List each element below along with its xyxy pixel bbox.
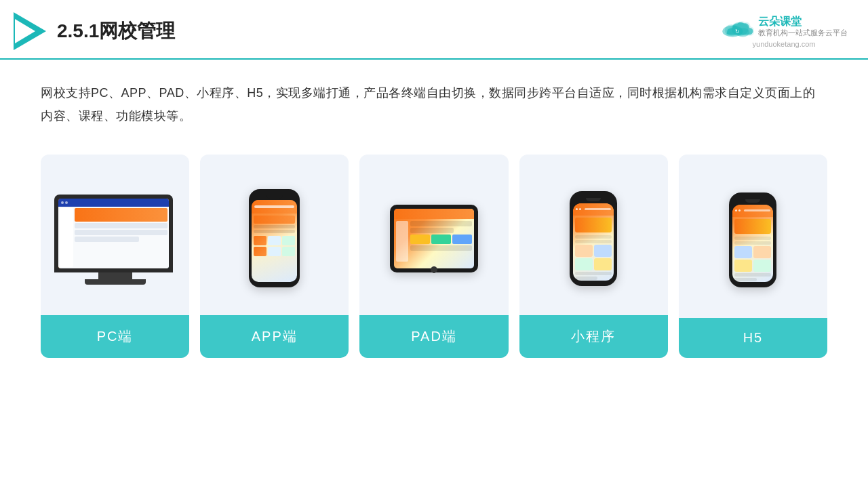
logo-triangle-icon	[14, 12, 46, 50]
pc-sidebar	[60, 208, 73, 267]
pc-screen-frame	[54, 195, 173, 272]
description-text: 网校支持PC、APP、PAD、小程序、H5，实现多端打通，产品各终端自由切换，数…	[0, 60, 868, 141]
pc-stand	[98, 272, 132, 279]
description-content: 网校支持PC、APP、PAD、小程序、H5，实现多端打通，产品各终端自由切换，数…	[41, 86, 815, 123]
phone-tall-notch-2	[745, 199, 760, 203]
cloud-icon: ↻	[720, 15, 754, 39]
phone-grid-1	[254, 236, 267, 245]
phone-row-2	[254, 230, 295, 233]
pth-card-3	[575, 258, 593, 270]
tablet-main	[410, 221, 472, 262]
tablet-row-3	[410, 245, 472, 251]
h5-phone-mockup	[729, 192, 776, 287]
pth-dot-4	[738, 209, 741, 211]
pc-mockup	[54, 195, 176, 283]
pth-card-1	[575, 245, 593, 257]
pth-card-2	[594, 245, 612, 257]
phone-screen-header	[252, 200, 297, 214]
pc-row-2	[75, 230, 167, 235]
pc-content-rows	[75, 223, 167, 267]
pth-row-6	[734, 241, 771, 245]
pc-row-3	[75, 237, 140, 242]
pad-image-area	[359, 155, 508, 315]
phone-grid-3	[282, 236, 295, 245]
brand-tagline-1: 教育机构一站式服务云平台	[758, 28, 848, 37]
pc-top-bar	[58, 199, 169, 207]
brand-name-cn: 云朵课堂	[758, 15, 848, 28]
card-app: APP端	[200, 155, 349, 358]
miniprogram-image-area	[519, 155, 668, 315]
app-label: APP端	[200, 315, 349, 358]
phone-grid-6	[282, 247, 295, 256]
page-title: 2.5.1网校管理	[57, 18, 175, 44]
pc-body	[58, 207, 169, 268]
phone-grid	[254, 236, 295, 256]
phone-tall-screen-2	[732, 205, 773, 282]
h5-label: H5	[679, 318, 827, 358]
pc-dot-1	[61, 201, 64, 204]
tablet-home-btn	[431, 266, 437, 273]
tablet-card-3	[452, 235, 472, 244]
phone-tall-body-2	[732, 217, 773, 282]
phone-grid-4	[254, 247, 267, 256]
pth-dot-3	[735, 209, 737, 211]
phone-tall-body-1	[573, 216, 614, 281]
tablet-card-2	[431, 235, 451, 244]
phone-grid-5	[268, 247, 281, 256]
card-pc: PC端	[41, 155, 189, 358]
tablet-body	[394, 219, 474, 264]
pth-banner-1	[575, 218, 612, 232]
tablet-mockup	[390, 205, 478, 272]
pad-label: PAD端	[359, 315, 508, 358]
brand-logo: ↻ 云朵课堂 教育机构一站式服务云平台	[720, 15, 848, 39]
pc-screen-content	[58, 199, 169, 268]
miniprogram-label: 小程序	[519, 315, 668, 358]
tablet-row-1	[410, 221, 472, 226]
phone-row-1	[254, 225, 295, 228]
pth-grid-1	[575, 245, 612, 270]
tablet-top-bar	[394, 209, 474, 219]
phone-tall-screen-1	[573, 203, 614, 281]
pth-row-2	[575, 240, 612, 243]
phone-banner	[254, 216, 295, 224]
page-header: 2.5.1网校管理 ↻ 云朵课堂 教育机构一站式服务云平台 yunduo	[0, 0, 868, 60]
phone-notch	[266, 195, 283, 199]
pth-row-8	[734, 278, 756, 281]
phone-screen-content	[252, 214, 297, 258]
pth-row-4	[575, 277, 597, 280]
pc-screen	[58, 199, 169, 268]
pth-dot-1	[576, 208, 578, 210]
app-phone-mockup	[249, 189, 300, 287]
app-image-area	[200, 155, 349, 315]
pc-base	[85, 279, 146, 285]
phone-tall-header-2	[732, 205, 773, 217]
phone-screen	[252, 200, 297, 282]
tablet-screen	[394, 209, 474, 268]
pth-card-4	[594, 258, 612, 270]
card-pad: PAD端	[359, 155, 508, 358]
pc-row-1	[75, 223, 167, 228]
tablet-card-1	[410, 235, 430, 244]
card-h5: H5	[679, 155, 827, 358]
pth-card-5	[734, 246, 752, 258]
brand-logo-area: ↻ 云朵课堂 教育机构一站式服务云平台 yunduoketang.com	[720, 15, 848, 48]
pth-row-1	[575, 235, 612, 239]
pth-row-5	[734, 237, 771, 240]
svg-text:↻: ↻	[735, 27, 740, 34]
pth-card-7	[734, 260, 752, 272]
phone-tall-notch-1	[586, 198, 601, 201]
device-cards-container: PC端	[0, 141, 868, 378]
pth-banner-2	[734, 219, 771, 234]
brand-url: yunduoketang.com	[753, 40, 816, 48]
pth-row-3	[575, 272, 612, 275]
pc-label: PC端	[41, 315, 189, 358]
pc-dot-2	[65, 201, 68, 204]
tablet-row-2	[410, 228, 454, 233]
pth-row-7	[734, 273, 771, 277]
pth-card-8	[753, 260, 771, 272]
pc-main	[75, 208, 167, 267]
h5-image-area	[679, 155, 827, 318]
pth-card-6	[753, 246, 771, 258]
pc-banner	[75, 208, 167, 222]
pth-grid-2	[734, 246, 771, 272]
